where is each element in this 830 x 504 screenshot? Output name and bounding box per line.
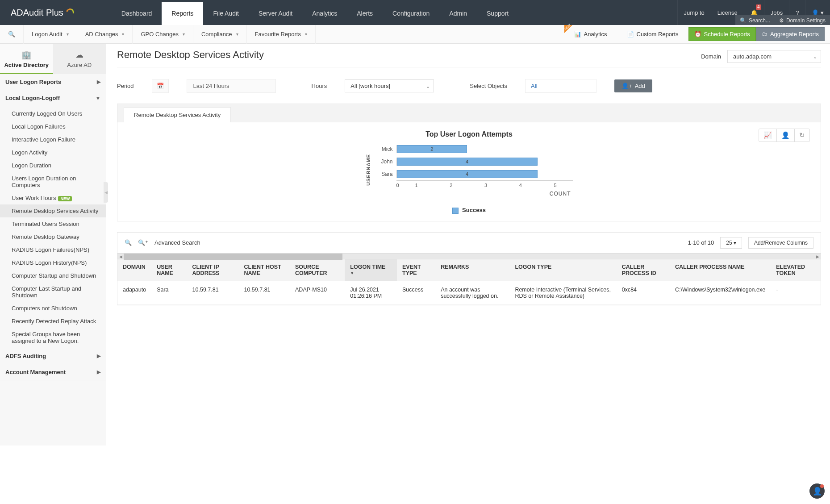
filter-favourite-reports[interactable]: Favourite Reports — [247, 25, 316, 44]
main-tabs: Dashboard Reports File Audit Server Audi… — [112, 0, 518, 25]
card-tab-rds-activity[interactable]: Remote Desktop Services Activity — [124, 107, 231, 122]
tab-server-audit[interactable]: Server Audit — [249, 2, 302, 25]
sidebar-item-currently-logged-on[interactable]: Currently Logged On Users — [0, 107, 106, 120]
sidebar-tab-active-directory[interactable]: 🏢Active Directory — [0, 44, 53, 74]
chevron-right-icon: ▶ — [97, 79, 100, 85]
add-object-button[interactable]: 👤+ Add — [614, 79, 652, 92]
jump-to-link[interactable]: Jump to — [677, 0, 711, 25]
chart-user-icon[interactable]: 👤 — [776, 129, 794, 142]
quick-search-icon[interactable]: 🔍 — [5, 25, 24, 44]
table-horizontal-scrollbar[interactable]: ◀ ▶ — [117, 253, 821, 259]
filter-gpo-changes[interactable]: GPO Changes — [133, 25, 193, 44]
col-client-ip[interactable]: CLIENT IP ADDRESS — [187, 259, 239, 281]
sidebar-item-radius-logon-history[interactable]: RADIUS Logon History(NPS) — [0, 256, 106, 269]
cell-remarks: An account was successfully logged on. — [435, 281, 509, 304]
page-size-select[interactable]: 25 ▾ — [720, 237, 742, 249]
table-row[interactable]: adapauto Sara 10.59.7.81 10.59.7.81 ADAP… — [117, 281, 821, 304]
chevron-down-icon: ▼ — [96, 96, 100, 101]
scrollbar-thumb[interactable] — [124, 254, 342, 260]
filter-compliance[interactable]: Compliance — [193, 25, 247, 44]
tab-analytics[interactable]: Analytics — [302, 2, 347, 25]
global-search-button[interactable]: 🔍 Search... — [735, 15, 775, 26]
cell-logon-type: Remote Interactive (Terminal Services, R… — [509, 281, 616, 304]
bar-value: 4 — [397, 170, 538, 178]
sidebar-item-special-groups-logon[interactable]: Special Groups have been assigned to a N… — [0, 328, 106, 347]
bar-chart: USERNAME Mick2 John4 Sara4 012345 COUNT — [128, 143, 810, 197]
tab-admin[interactable]: Admin — [439, 2, 477, 25]
period-select[interactable]: Last 24 Hours — [187, 79, 276, 93]
select-objects-input[interactable]: All — [525, 79, 596, 93]
tab-reports[interactable]: Reports — [162, 2, 203, 25]
bar-value: 2 — [397, 145, 467, 153]
domain-settings-button[interactable]: ⚙ Domain Settings — [775, 15, 830, 26]
sidebar-group-adfs-auditing[interactable]: ADFS Auditing▶ — [0, 348, 106, 364]
filter-logon-audit[interactable]: Logon Audit — [24, 25, 77, 44]
col-elevated-token[interactable]: ELEVATED TOKEN — [771, 259, 821, 281]
sidebar-item-users-logon-duration-computers[interactable]: Users Logon Duration on Computers — [0, 172, 106, 192]
tab-support[interactable]: Support — [477, 2, 518, 25]
sidebar-item-computers-not-shutdown[interactable]: Computers not Shutdown — [0, 302, 106, 315]
page-title: Remote Desktop Services Activity — [117, 49, 264, 61]
sidebar-group-local-logon-logoff[interactable]: Local Logon-Logoff▼ — [0, 90, 106, 106]
table-search-icon[interactable]: 🔍 — [125, 239, 132, 246]
chart-y-axis-label: USERNAME — [366, 154, 371, 186]
col-remarks[interactable]: REMARKS — [435, 259, 509, 281]
sidebar-collapse-handle[interactable]: ◀ — [104, 182, 108, 203]
tab-alerts[interactable]: Alerts — [347, 2, 383, 25]
sidebar-item-computer-startup-shutdown[interactable]: Computer Startup and Shutdown — [0, 269, 106, 282]
sidebar-item-radius-logon-failures[interactable]: RADIUS Logon Failures(NPS) — [0, 243, 106, 256]
domain-select[interactable]: auto.adap.com⌄ — [727, 50, 821, 63]
chart-x-axis-label: COUNT — [376, 191, 573, 197]
top-header: ADAudit Plus Dashboard Reports File Audi… — [0, 0, 830, 25]
col-source-computer[interactable]: SOURCE COMPUTER — [290, 259, 345, 281]
aggregate-reports-button[interactable]: 🗂 Aggregate Reports — [756, 27, 825, 41]
col-caller-process-id[interactable]: CALLER PROCESS ID — [617, 259, 670, 281]
cell-domain: adapauto — [117, 281, 151, 304]
scroll-left-icon[interactable]: ◀ — [117, 254, 124, 260]
sidebar-item-logon-activity[interactable]: Logon Activity — [0, 146, 106, 159]
calendar-icon[interactable]: 📅 — [152, 79, 169, 93]
sidebar-item-logon-duration[interactable]: Logon Duration — [0, 159, 106, 172]
sidebar-item-replay-attack[interactable]: Recently Detected Replay Attack — [0, 315, 106, 328]
hours-select[interactable]: All [work hours]⌄ — [345, 79, 434, 92]
cloud-icon: ☁ — [55, 50, 104, 60]
sidebar-tab-azure-ad[interactable]: ☁Azure AD — [53, 44, 106, 74]
new-badge: NEW — [58, 196, 72, 201]
sidebar-item-user-work-hours[interactable]: User Work HoursNEW — [0, 192, 106, 204]
tab-dashboard[interactable]: Dashboard — [112, 2, 162, 25]
custom-reports-link[interactable]: 📄 Custom Reports — [617, 25, 688, 44]
schedule-reports-button[interactable]: ⏰ Schedule Reports — [688, 27, 756, 41]
advanced-search-link[interactable]: Advanced Search — [154, 239, 200, 246]
filter-ad-changes[interactable]: AD Changes — [77, 25, 133, 44]
table-advanced-search-icon[interactable]: 🔍⁺ — [138, 239, 148, 246]
sidebar-item-terminated-users-session[interactable]: Terminated Users Session — [0, 217, 106, 230]
add-remove-columns-button[interactable]: Add/Remove Columns — [748, 237, 813, 249]
bar-category: Mick — [376, 146, 396, 152]
cell-elevated: - — [771, 281, 821, 304]
col-caller-process-name[interactable]: CALLER PROCESS NAME — [670, 259, 771, 281]
col-logon-time[interactable]: LOGON TIME▼ — [345, 259, 397, 281]
period-label: Period — [117, 83, 134, 89]
chart-refresh-icon[interactable]: ↻ — [794, 129, 809, 142]
sidebar-item-local-logon-failures[interactable]: Local Logon Failures — [0, 120, 106, 133]
sidebar-item-computer-last-startup-shutdown[interactable]: Computer Last Startup and Shutdown — [0, 282, 106, 302]
sidebar-group-user-logon-reports[interactable]: User Logon Reports▶ — [0, 74, 106, 90]
chart-add-icon[interactable]: 📈 — [759, 129, 776, 142]
col-client-host[interactable]: CLIENT HOST NAME — [238, 259, 290, 281]
chevron-right-icon: ▶ — [97, 369, 100, 375]
chevron-right-icon: ▶ — [97, 353, 100, 359]
sidebar-item-remote-desktop-gateway[interactable]: Remote Desktop Gateway — [0, 230, 106, 243]
sidebar-item-interactive-logon-failure[interactable]: Interactive Logon Failure — [0, 133, 106, 146]
sidebar-group-account-management[interactable]: Account Management▶ — [0, 364, 106, 380]
brand-logo: ADAudit Plus — [0, 0, 85, 25]
tab-file-audit[interactable]: File Audit — [203, 2, 249, 25]
bar-category: Sara — [376, 171, 396, 177]
sidebar-item-remote-desktop-services-activity[interactable]: Remote Desktop Services Activity — [0, 204, 106, 217]
tab-configuration[interactable]: Configuration — [383, 2, 439, 25]
scroll-right-icon[interactable]: ▶ — [814, 254, 821, 260]
col-event-type[interactable]: EVENT TYPE — [397, 259, 435, 281]
cell-source: ADAP-MS10 — [290, 281, 345, 304]
col-user-name[interactable]: USER NAME — [151, 259, 187, 281]
col-domain[interactable]: DOMAIN — [117, 259, 151, 281]
col-logon-type[interactable]: LOGON TYPE — [509, 259, 616, 281]
